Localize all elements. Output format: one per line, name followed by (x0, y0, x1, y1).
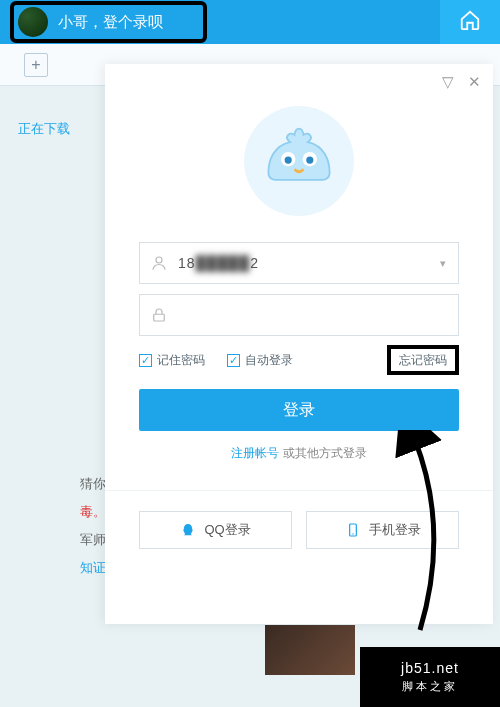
checkbox-checked-icon: ✓ (227, 354, 240, 367)
background-links: 猜你 毒。 军师 知证 (80, 470, 106, 582)
avatar-wrap (105, 106, 493, 216)
bg-text-1: 猜你 (80, 470, 106, 498)
watermark: jb51.net 脚本之家 (360, 647, 500, 707)
login-panel: ▽ ✕ 18█████2 ▾ ✓ 记住密码 (105, 64, 493, 624)
remember-password-checkbox[interactable]: ✓ 记住密码 (139, 352, 205, 369)
svg-point-3 (306, 157, 313, 164)
checkbox-checked-icon: ✓ (139, 354, 152, 367)
greeting-text: 小哥，登个录呗 (58, 13, 163, 32)
auto-login-checkbox[interactable]: ✓ 自动登录 (227, 352, 293, 369)
svg-rect-5 (154, 314, 165, 321)
chevron-down-icon[interactable]: ▾ (440, 257, 446, 270)
greeting-highlight-box: 小哥，登个录呗 (10, 1, 207, 43)
svg-point-2 (285, 157, 292, 164)
qq-icon (180, 522, 196, 538)
account-value: 18█████2 (178, 255, 259, 271)
home-button[interactable] (440, 0, 500, 44)
close-icon[interactable]: ✕ (468, 73, 481, 91)
login-form: 18█████2 ▾ ✓ 记住密码 ✓ 自动登录 忘记密码 登录 注册 (105, 216, 493, 462)
home-icon (459, 9, 481, 35)
dropdown-icon[interactable]: ▽ (442, 73, 454, 91)
svg-point-7 (352, 533, 353, 534)
alt-login-row: 注册帐号 或其他方式登录 (139, 445, 459, 462)
forgot-password-highlight-box: 忘记密码 (387, 345, 459, 375)
register-link[interactable]: 注册帐号 (231, 446, 279, 460)
title-bar: 小哥，登个录呗 (0, 0, 500, 44)
lock-icon (150, 306, 168, 324)
bg-text-4: 知证 (80, 554, 106, 582)
phone-icon (345, 522, 361, 538)
third-party-row: QQ登录 手机登录 (105, 490, 493, 549)
watermark-name: 脚本之家 (402, 679, 458, 694)
watermark-url: jb51.net (401, 660, 459, 676)
new-tab-button[interactable]: + (24, 53, 48, 77)
panel-controls: ▽ ✕ (105, 64, 493, 100)
account-field[interactable]: 18█████2 ▾ (139, 242, 459, 284)
forgot-password-link[interactable]: 忘记密码 (399, 353, 447, 367)
phone-login-button[interactable]: 手机登录 (306, 511, 459, 549)
person-icon (150, 254, 168, 272)
login-button[interactable]: 登录 (139, 389, 459, 431)
options-row: ✓ 记住密码 ✓ 自动登录 忘记密码 (139, 352, 459, 369)
svg-point-4 (156, 257, 162, 263)
bg-text-3: 军师 (80, 526, 106, 554)
bird-avatar-icon (244, 106, 354, 216)
qq-login-button[interactable]: QQ登录 (139, 511, 292, 549)
user-avatar-icon[interactable] (18, 7, 48, 37)
downloading-tab[interactable]: 正在下载 (18, 120, 70, 138)
background-thumbnail (265, 625, 355, 675)
other-login-text: 或其他方式登录 (279, 446, 366, 460)
bg-text-2: 毒。 (80, 498, 106, 526)
password-field[interactable] (139, 294, 459, 336)
